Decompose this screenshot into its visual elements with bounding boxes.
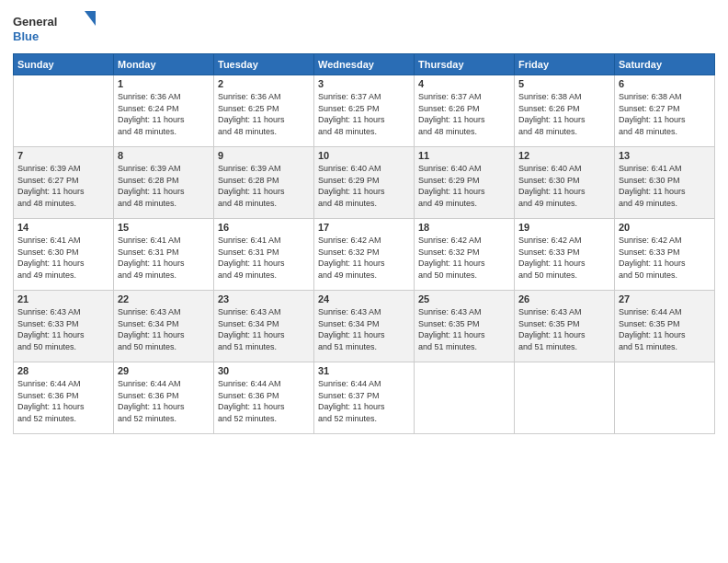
calendar-day-cell: 20 Sunrise: 6:42 AMSunset: 6:33 PMDaylig… <box>615 219 715 291</box>
svg-text:General: General <box>13 15 57 29</box>
calendar-day-cell: 10 Sunrise: 6:40 AMSunset: 6:29 PMDaylig… <box>314 147 415 219</box>
day-info: Sunrise: 6:44 AMSunset: 6:37 PMDaylight:… <box>318 378 410 424</box>
day-number: 25 <box>418 293 510 304</box>
calendar-day-cell: 2 Sunrise: 6:36 AMSunset: 6:25 PMDayligh… <box>214 75 314 147</box>
day-number: 24 <box>318 293 410 304</box>
day-info: Sunrise: 6:43 AMSunset: 6:34 PMDaylight:… <box>218 306 310 352</box>
day-number: 4 <box>418 78 510 89</box>
calendar-day-cell: 1 Sunrise: 6:36 AMSunset: 6:24 PMDayligh… <box>114 75 214 147</box>
calendar-day-cell <box>415 362 515 434</box>
day-number: 7 <box>17 150 109 161</box>
day-number: 29 <box>118 365 210 376</box>
day-info: Sunrise: 6:37 AMSunset: 6:26 PMDaylight:… <box>418 91 510 137</box>
day-info: Sunrise: 6:42 AMSunset: 6:33 PMDaylight:… <box>518 235 610 281</box>
weekday-header: Wednesday <box>314 54 415 75</box>
generalblue-logo: General Blue <box>13 9 96 46</box>
day-number: 22 <box>118 293 210 304</box>
day-number: 3 <box>318 78 410 89</box>
day-number: 23 <box>218 293 310 304</box>
day-info: Sunrise: 6:39 AMSunset: 6:28 PMDaylight:… <box>218 163 310 209</box>
calendar-week-row: 14 Sunrise: 6:41 AMSunset: 6:30 PMDaylig… <box>14 219 715 291</box>
day-number: 19 <box>518 222 610 233</box>
weekday-header: Friday <box>515 54 615 75</box>
calendar-day-cell: 27 Sunrise: 6:44 AMSunset: 6:35 PMDaylig… <box>615 291 715 362</box>
day-info: Sunrise: 6:36 AMSunset: 6:25 PMDaylight:… <box>218 91 310 137</box>
calendar-week-row: 1 Sunrise: 6:36 AMSunset: 6:24 PMDayligh… <box>14 75 715 147</box>
day-number: 12 <box>518 150 610 161</box>
day-info: Sunrise: 6:42 AMSunset: 6:32 PMDaylight:… <box>318 235 410 281</box>
day-info: Sunrise: 6:39 AMSunset: 6:28 PMDaylight:… <box>118 163 210 209</box>
weekday-header: Saturday <box>615 54 715 75</box>
day-number: 21 <box>17 293 109 304</box>
day-info: Sunrise: 6:42 AMSunset: 6:33 PMDaylight:… <box>619 235 711 281</box>
page-container: General Blue SundayMondayTuesdayWednesda… <box>0 0 728 443</box>
svg-marker-2 <box>85 11 96 26</box>
day-info: Sunrise: 6:37 AMSunset: 6:25 PMDaylight:… <box>318 91 410 137</box>
day-info: Sunrise: 6:43 AMSunset: 6:34 PMDaylight:… <box>318 306 410 352</box>
calendar-day-cell: 15 Sunrise: 6:41 AMSunset: 6:31 PMDaylig… <box>114 219 214 291</box>
header: General Blue <box>13 9 715 46</box>
weekday-header: Tuesday <box>214 54 314 75</box>
day-number: 6 <box>619 78 711 89</box>
calendar-day-cell: 11 Sunrise: 6:40 AMSunset: 6:29 PMDaylig… <box>415 147 515 219</box>
calendar-day-cell: 30 Sunrise: 6:44 AMSunset: 6:36 PMDaylig… <box>214 362 314 434</box>
calendar-day-cell: 26 Sunrise: 6:43 AMSunset: 6:35 PMDaylig… <box>515 291 615 362</box>
day-number: 5 <box>518 78 610 89</box>
day-info: Sunrise: 6:42 AMSunset: 6:32 PMDaylight:… <box>418 235 510 281</box>
day-number: 18 <box>418 222 510 233</box>
weekday-header-row: SundayMondayTuesdayWednesdayThursdayFrid… <box>14 54 715 75</box>
calendar-week-row: 28 Sunrise: 6:44 AMSunset: 6:36 PMDaylig… <box>14 362 715 434</box>
day-info: Sunrise: 6:40 AMSunset: 6:30 PMDaylight:… <box>518 163 610 209</box>
logo: General Blue <box>13 9 96 46</box>
calendar-day-cell <box>515 362 615 434</box>
day-number: 11 <box>418 150 510 161</box>
day-number: 26 <box>518 293 610 304</box>
day-info: Sunrise: 6:44 AMSunset: 6:36 PMDaylight:… <box>118 378 210 424</box>
calendar-day-cell: 25 Sunrise: 6:43 AMSunset: 6:35 PMDaylig… <box>415 291 515 362</box>
day-number: 16 <box>218 222 310 233</box>
day-info: Sunrise: 6:41 AMSunset: 6:31 PMDaylight:… <box>118 235 210 281</box>
day-number: 20 <box>619 222 711 233</box>
calendar-day-cell: 4 Sunrise: 6:37 AMSunset: 6:26 PMDayligh… <box>415 75 515 147</box>
calendar-day-cell <box>14 75 114 147</box>
calendar-day-cell: 12 Sunrise: 6:40 AMSunset: 6:30 PMDaylig… <box>515 147 615 219</box>
day-number: 28 <box>17 365 109 376</box>
calendar-day-cell: 22 Sunrise: 6:43 AMSunset: 6:34 PMDaylig… <box>114 291 214 362</box>
day-number: 31 <box>318 365 410 376</box>
day-info: Sunrise: 6:41 AMSunset: 6:30 PMDaylight:… <box>619 163 711 209</box>
day-number: 10 <box>318 150 410 161</box>
day-info: Sunrise: 6:36 AMSunset: 6:24 PMDaylight:… <box>118 91 210 137</box>
day-number: 17 <box>318 222 410 233</box>
day-info: Sunrise: 6:43 AMSunset: 6:33 PMDaylight:… <box>17 306 109 352</box>
calendar-day-cell: 5 Sunrise: 6:38 AMSunset: 6:26 PMDayligh… <box>515 75 615 147</box>
day-info: Sunrise: 6:44 AMSunset: 6:35 PMDaylight:… <box>619 306 711 352</box>
svg-text:Blue: Blue <box>13 29 39 43</box>
day-info: Sunrise: 6:41 AMSunset: 6:31 PMDaylight:… <box>218 235 310 281</box>
day-number: 2 <box>218 78 310 89</box>
calendar-day-cell: 21 Sunrise: 6:43 AMSunset: 6:33 PMDaylig… <box>14 291 114 362</box>
day-number: 14 <box>17 222 109 233</box>
day-info: Sunrise: 6:40 AMSunset: 6:29 PMDaylight:… <box>318 163 410 209</box>
day-number: 30 <box>218 365 310 376</box>
calendar-day-cell: 28 Sunrise: 6:44 AMSunset: 6:36 PMDaylig… <box>14 362 114 434</box>
day-info: Sunrise: 6:43 AMSunset: 6:35 PMDaylight:… <box>418 306 510 352</box>
day-number: 13 <box>619 150 711 161</box>
day-info: Sunrise: 6:44 AMSunset: 6:36 PMDaylight:… <box>17 378 109 424</box>
calendar-day-cell: 3 Sunrise: 6:37 AMSunset: 6:25 PMDayligh… <box>314 75 415 147</box>
calendar-day-cell: 14 Sunrise: 6:41 AMSunset: 6:30 PMDaylig… <box>14 219 114 291</box>
calendar-day-cell: 19 Sunrise: 6:42 AMSunset: 6:33 PMDaylig… <box>515 219 615 291</box>
day-info: Sunrise: 6:38 AMSunset: 6:26 PMDaylight:… <box>518 91 610 137</box>
calendar-day-cell: 8 Sunrise: 6:39 AMSunset: 6:28 PMDayligh… <box>114 147 214 219</box>
calendar-day-cell: 23 Sunrise: 6:43 AMSunset: 6:34 PMDaylig… <box>214 291 314 362</box>
calendar-day-cell: 17 Sunrise: 6:42 AMSunset: 6:32 PMDaylig… <box>314 219 415 291</box>
calendar-week-row: 7 Sunrise: 6:39 AMSunset: 6:27 PMDayligh… <box>14 147 715 219</box>
weekday-header: Monday <box>114 54 214 75</box>
day-number: 9 <box>218 150 310 161</box>
calendar-day-cell: 7 Sunrise: 6:39 AMSunset: 6:27 PMDayligh… <box>14 147 114 219</box>
weekday-header: Thursday <box>415 54 515 75</box>
calendar-day-cell: 9 Sunrise: 6:39 AMSunset: 6:28 PMDayligh… <box>214 147 314 219</box>
day-info: Sunrise: 6:43 AMSunset: 6:35 PMDaylight:… <box>518 306 610 352</box>
day-info: Sunrise: 6:44 AMSunset: 6:36 PMDaylight:… <box>218 378 310 424</box>
day-info: Sunrise: 6:38 AMSunset: 6:27 PMDaylight:… <box>619 91 711 137</box>
calendar-day-cell: 31 Sunrise: 6:44 AMSunset: 6:37 PMDaylig… <box>314 362 415 434</box>
